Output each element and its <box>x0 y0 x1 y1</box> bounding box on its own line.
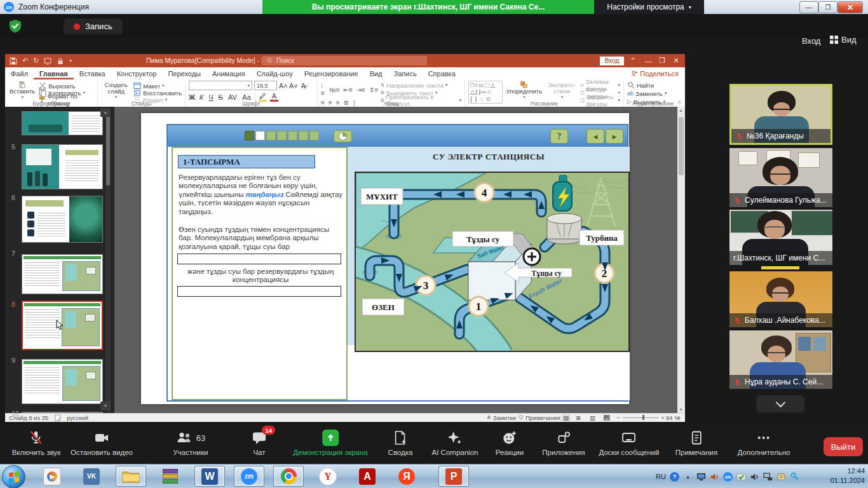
task-link[interactable]: таңдаңыз <box>246 191 284 198</box>
replace-button[interactable]: ab Заменить▾ <box>627 90 667 97</box>
thumbnail-slide-8-selected[interactable] <box>22 301 103 350</box>
taskbar-acrobat[interactable]: A <box>352 466 383 487</box>
find-button[interactable]: Найти <box>627 82 667 88</box>
share-screen-button[interactable]: Демонстрация экрана <box>293 430 368 456</box>
ppt-share-button[interactable]: Поделиться <box>631 67 679 79</box>
indent-decrease-icon[interactable]: ⇤≡ <box>344 86 353 93</box>
timer-button[interactable] <box>334 130 352 142</box>
video-tile[interactable]: Сулейманова Гульжа... <box>729 148 832 207</box>
slide-sorter-icon[interactable]: ⊞ <box>576 414 581 421</box>
action-center-icon[interactable] <box>776 472 786 482</box>
nav-prev-button[interactable]: ◄ <box>587 129 604 144</box>
tab-design[interactable]: Конструктор <box>111 67 163 79</box>
redo-icon[interactable]: ↻ <box>33 57 39 65</box>
bold-button[interactable]: Ж <box>189 93 195 101</box>
ribbon-display-options-icon[interactable]: ⌃ <box>627 54 639 67</box>
video-tile[interactable]: Нұра ауданы С. Сей... <box>729 330 832 389</box>
taskbar-explorer[interactable] <box>116 466 146 487</box>
view-button[interactable]: Вид <box>830 35 857 44</box>
thumbnail-scrollbar-thumb[interactable] <box>106 109 110 186</box>
marker-2[interactable]: 2 <box>602 268 607 280</box>
taskbar-yandex[interactable]: Я <box>391 466 422 487</box>
arrange-button[interactable]: Упорядочить▾ <box>505 81 544 100</box>
ppt-signin-button[interactable]: Вход <box>600 57 624 65</box>
zoom-slider-thumb[interactable] <box>642 415 644 420</box>
signin-button[interactable]: Вход <box>802 36 820 46</box>
tab-slideshow[interactable]: Слайд-шоу <box>251 67 299 79</box>
ppt-search-box[interactable]: Поиск <box>262 56 427 65</box>
reset-button[interactable]: Восстановить <box>133 90 182 96</box>
recording-indicator[interactable]: Запись <box>64 18 123 34</box>
tab-review[interactable]: Рецензирование <box>299 67 364 79</box>
taskbar-clock[interactable]: 12:44 01.11.2024 <box>831 466 865 485</box>
participants-button[interactable]: 63 Участники <box>173 430 208 456</box>
notes-toggle[interactable]: ≜Заметки <box>487 414 516 421</box>
zoom-out-icon[interactable]: − <box>616 414 620 421</box>
marker-3[interactable]: 3 <box>423 280 429 292</box>
ppt-close-button[interactable]: ✕ <box>670 54 682 67</box>
marker-1[interactable]: 1 <box>476 301 482 313</box>
language-status[interactable]: русский <box>67 414 88 421</box>
tab-animations[interactable]: Анимация <box>207 67 251 79</box>
tab-file[interactable]: Файл <box>5 67 34 79</box>
video-tile-active-speaker[interactable]: №36 Қарағанды <box>729 84 832 145</box>
help-button[interactable]: ? <box>550 129 568 144</box>
taskbar-chrome[interactable] <box>273 466 304 487</box>
layout-button[interactable]: Макет▾ <box>133 83 182 89</box>
thumbnail-slide-5[interactable] <box>22 144 103 189</box>
zoom-tray-icon[interactable]: zm <box>723 472 733 482</box>
network-tray-icon[interactable] <box>763 472 773 482</box>
qat-dropdown-icon[interactable]: ▾ <box>69 58 72 64</box>
tab-home[interactable]: Главная <box>34 67 74 79</box>
stop-video-button[interactable]: Остановить видео <box>71 430 133 456</box>
ai-companion-button[interactable]: AI Companion <box>432 430 478 456</box>
paste-button[interactable]: Вставить▾ <box>8 81 36 100</box>
display-tray-icon[interactable] <box>696 472 706 482</box>
taskbar-media-player[interactable]: ▶ <box>37 466 67 487</box>
more-button[interactable]: Дополнительно <box>738 430 790 456</box>
spellcheck-icon[interactable] <box>55 414 62 421</box>
slide-canvas[interactable]: ? ◄ ► 1-ТАПСЫРМА Резервуарлардағы еріген… <box>141 113 629 404</box>
security-shield-icon[interactable] <box>9 19 22 33</box>
change-case-button[interactable]: Аа <box>241 93 252 101</box>
magnifier-icon[interactable] <box>524 248 540 265</box>
video-tile[interactable]: Балхаш .Айнабекова... <box>729 271 832 327</box>
answer-input-1[interactable] <box>177 254 341 264</box>
answer-input-2[interactable] <box>177 286 341 297</box>
font-size-select[interactable]: 18,5 <box>254 81 277 90</box>
volume-mixer-icon[interactable] <box>710 472 719 482</box>
editor-scrollbar-thumb[interactable] <box>679 117 684 175</box>
collapse-videos-button[interactable] <box>756 395 804 412</box>
indent-increase-icon[interactable]: ⇥≡ <box>356 86 365 93</box>
video-tile-presenter[interactable]: г.Шахтинск, ШГ имени С... <box>729 210 832 265</box>
thumbnail-slide-9[interactable] <box>22 359 103 404</box>
text-direction-button[interactable]: ⇅Направление текста▾ <box>381 82 461 88</box>
taskbar-winrar[interactable] <box>155 466 186 487</box>
thumbnail-scrollbar[interactable] <box>105 108 111 412</box>
zoom-in-icon[interactable]: + <box>661 414 665 421</box>
notes-button[interactable]: Примечания <box>675 430 717 456</box>
close-button[interactable]: ✕ <box>837 1 863 13</box>
ppt-restore-button[interactable]: ❒ <box>656 54 668 67</box>
minimize-button[interactable]: — <box>799 1 818 13</box>
editor-scroll-down-icon[interactable]: ▼ <box>679 407 683 412</box>
comments-toggle[interactable]: 🗨Примечания <box>519 414 560 421</box>
font-name-select[interactable]: ▾ <box>189 81 252 90</box>
tab-view[interactable]: Вид <box>364 67 388 79</box>
clear-formatting-button[interactable]: A̷ <box>299 82 308 90</box>
start-button[interactable] <box>2 465 25 488</box>
speaker-tray-icon[interactable] <box>750 472 759 482</box>
editor-scrollbar[interactable]: ▲ ▼ <box>677 107 685 413</box>
taskbar-zoom[interactable]: zm <box>234 466 264 487</box>
thumbnail-slide-4[interactable] <box>22 111 103 135</box>
underline-button[interactable]: Ч <box>208 93 214 101</box>
save-icon[interactable] <box>10 57 17 65</box>
normal-view-icon[interactable]: ▤ <box>562 414 571 421</box>
taskbar-yandex-browser[interactable]: Y <box>313 466 343 487</box>
thumbnail-slide-6[interactable] <box>22 196 103 243</box>
leave-button[interactable]: Выйти <box>824 437 863 456</box>
scroll-down-icon[interactable]: ▾ <box>100 402 111 410</box>
show-hidden-icons[interactable]: ▴ <box>683 472 693 482</box>
cut-button[interactable]: Вырезать <box>39 83 94 89</box>
taskbar-vk[interactable]: VK <box>76 466 107 487</box>
